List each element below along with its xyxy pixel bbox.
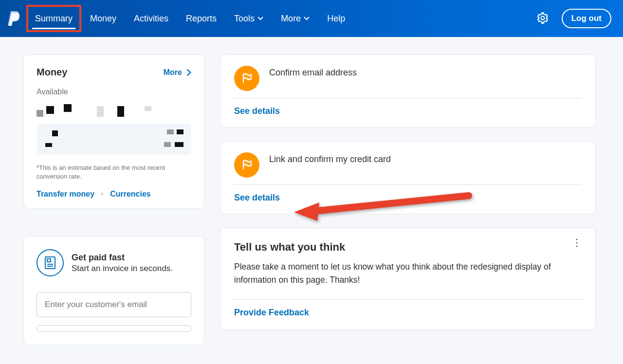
nav-item-reports[interactable]: Reports (177, 0, 225, 37)
see-details-link[interactable]: See details (234, 193, 582, 203)
get-paid-card: Get paid fast Start an invoice in second… (23, 236, 204, 345)
flag-icon (240, 159, 253, 171)
feedback-body: Please take a moment to let us know what… (234, 260, 582, 287)
svg-rect-2 (47, 259, 51, 262)
get-paid-title: Get paid fast (72, 253, 173, 263)
chevron-down-icon (304, 17, 310, 20)
nav-label: More (281, 14, 301, 24)
logout-label: Log out (571, 14, 602, 23)
nav-item-activities[interactable]: Activities (125, 0, 177, 37)
customer-email-input[interactable] (37, 292, 191, 317)
nav-label: Help (327, 14, 345, 24)
feedback-title: Tell us what you think (234, 241, 345, 254)
nav-label: Activities (134, 14, 168, 24)
money-title: Money (37, 67, 67, 78)
nav-label: Summary (35, 14, 73, 24)
nav-links: Summary Money Activities Reports Tools M… (26, 0, 354, 37)
see-details-link[interactable]: See details (234, 106, 582, 116)
flag-icon (240, 72, 253, 85)
gear-icon (536, 12, 549, 24)
notification-title: Link and confirm my credit card (269, 152, 391, 164)
chevron-down-icon (257, 17, 263, 20)
second-input-stub[interactable] (37, 325, 191, 332)
redacted-balance-primary (37, 104, 191, 117)
paypal-logo (4, 9, 23, 28)
notification-link-card: Link and confirm my credit card See deta… (220, 141, 596, 214)
kebab-menu[interactable]: ⋮ (572, 241, 582, 244)
currencies-link[interactable]: Currencies (110, 190, 151, 199)
top-navbar: Summary Money Activities Reports Tools M… (0, 0, 623, 37)
money-card: Money More Available (23, 55, 204, 209)
nav-item-help[interactable]: Help (318, 0, 354, 37)
logout-button[interactable]: Log out (562, 9, 611, 28)
feedback-card: Tell us what you think ⋮ Please take a m… (220, 228, 596, 330)
available-label: Available (37, 88, 191, 96)
money-more-link[interactable]: More (164, 68, 191, 77)
nav-item-tools[interactable]: Tools (225, 0, 272, 37)
divider (234, 98, 582, 98)
get-paid-subtitle: Start an invoice in seconds. (72, 264, 173, 273)
svg-point-0 (541, 17, 544, 20)
transfer-money-link[interactable]: Transfer money (37, 190, 94, 199)
nav-item-more[interactable]: More (272, 0, 318, 37)
chevron-right-icon (187, 69, 191, 76)
nav-label: Reports (186, 14, 217, 24)
nav-item-money[interactable]: Money (81, 0, 125, 37)
provide-feedback-link[interactable]: Provide Feedback (234, 308, 582, 318)
balance-secondary-block (37, 124, 191, 155)
settings-button[interactable] (536, 12, 550, 25)
nav-label: Tools (234, 14, 255, 24)
invoice-icon (44, 256, 56, 270)
separator-dot (101, 193, 103, 195)
invoice-icon-circle (37, 249, 64, 276)
notification-confirm-email: Confirm email address See details (220, 55, 596, 127)
notification-title: Confirm email address (269, 66, 357, 78)
nav-item-summary[interactable]: Summary (26, 5, 81, 32)
divider (234, 184, 582, 185)
flag-icon-circle (234, 152, 259, 178)
more-label: More (164, 68, 182, 77)
divider (234, 299, 582, 300)
nav-label: Money (90, 14, 116, 24)
flag-icon-circle (234, 66, 259, 91)
conversion-footnote: *This is an estimate based on the most r… (37, 164, 191, 181)
